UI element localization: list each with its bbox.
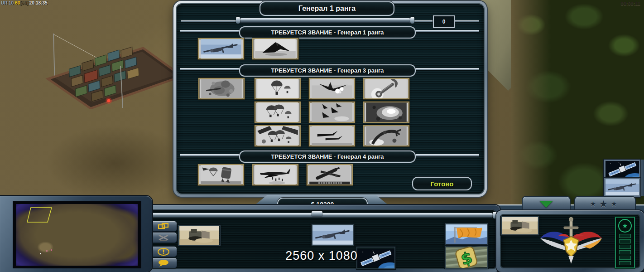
command-spy-satellite[interactable]: [356, 247, 395, 269]
power-emergency-repair[interactable]: [363, 78, 409, 99]
select-similar-icon: [158, 223, 169, 230]
xp-segment: [619, 256, 631, 260]
command-spy-drone[interactable]: [312, 224, 354, 246]
power-stealth-fighter[interactable]: [252, 38, 298, 59]
shortcut-spy-satellite[interactable]: [604, 160, 640, 179]
rank-requirement-header-1: ТРЕБУЕТСЯ ЗВАНИЕ - Генерал 1 ранга: [239, 26, 416, 39]
alert-icon: [157, 248, 170, 256]
xp-segment: [619, 261, 631, 265]
alert-button[interactable]: [150, 246, 177, 257]
debug-clock: 20:18:35: [29, 0, 48, 5]
power-paradrop-2[interactable]: [255, 102, 301, 123]
chat-icon: [157, 259, 170, 267]
minimap[interactable]: [16, 204, 138, 266]
star-icon: ★: [590, 200, 599, 208]
supply-platform: [40, 21, 189, 109]
points-slider[interactable]: [239, 18, 411, 23]
experience-bar: ★: [615, 217, 635, 268]
xp-segment: [619, 245, 631, 249]
resolution-overlay: 2560 x 1080: [285, 249, 358, 263]
power-airstrike-1[interactable]: [309, 78, 355, 99]
match-timer: 00:00:11: [621, 1, 640, 6]
dialog-title: Генерал 1 ранга: [260, 1, 394, 16]
selected-unit-portrait-dozer[interactable]: [178, 225, 221, 246]
power-paradrop-3[interactable]: [255, 125, 301, 146]
command-cash-bounty[interactable]: [445, 246, 488, 269]
power-search-and-destroy[interactable]: [363, 125, 409, 146]
select-similar-button[interactable]: [150, 221, 177, 232]
attack-move-icon: [158, 234, 169, 241]
power-airstrike-3[interactable]: [309, 125, 355, 146]
view-frustum: [26, 207, 53, 224]
rank-star-icon: ★: [618, 219, 632, 233]
fps-value: 63: [15, 0, 20, 5]
fps-cap: [60]: [20, 0, 28, 5]
power-sniper-ambush[interactable]: [198, 78, 245, 99]
shortcut-spy-drone[interactable]: [604, 178, 640, 197]
points-value: 0: [442, 19, 446, 25]
power-carpet-bombing[interactable]: [252, 164, 298, 185]
rank-requirement-header-3: ТРЕБУЕТСЯ ЗВАНИЕ - Генерал 4 ранга: [239, 151, 416, 163]
debug-overlay: UR 10 63[60] 20:18:35: [1, 0, 48, 5]
power-paradrop-1[interactable]: [255, 78, 301, 99]
command-capture-flag[interactable]: [445, 223, 488, 246]
fps-label: UR 10: [1, 0, 14, 5]
xp-segment: [619, 239, 631, 243]
minimap-unit-dot: [46, 250, 48, 252]
power-fuel-air-bomb[interactable]: [363, 102, 409, 123]
star-icon: ★: [599, 199, 611, 209]
game-screen: UR 10 63[60] 20:18:35 00:00:11 Генерал 1…: [0, 0, 644, 272]
tab-rank-down[interactable]: [522, 196, 571, 211]
attack-move-button[interactable]: [150, 232, 177, 243]
xp-segment: [619, 234, 631, 238]
points-counter: 0: [433, 15, 455, 28]
minimap-unit-dot: [40, 253, 41, 254]
tab-rank-stars[interactable]: ★★★: [574, 196, 636, 211]
chat-button[interactable]: [150, 257, 177, 268]
xp-segment: [619, 250, 631, 254]
power-airstrike-2[interactable]: [309, 102, 355, 123]
rank-down-arrow-icon: [539, 201, 553, 208]
power-spectre-gunship[interactable]: [307, 164, 353, 185]
done-button[interactable]: Готово: [412, 177, 472, 190]
power-spy-drone[interactable]: [198, 38, 244, 59]
usa-general-emblem: [533, 215, 609, 267]
tube-coupling: [312, 211, 322, 216]
rank-requirement-header-2: ТРЕБУЕТСЯ ЗВАНИЕ - Генерал 3 ранга: [239, 64, 416, 77]
minimap-unit-dot: [51, 249, 52, 251]
minimap-frame: [0, 196, 152, 272]
star-icon: ★: [611, 200, 620, 208]
power-moab[interactable]: [198, 164, 244, 185]
